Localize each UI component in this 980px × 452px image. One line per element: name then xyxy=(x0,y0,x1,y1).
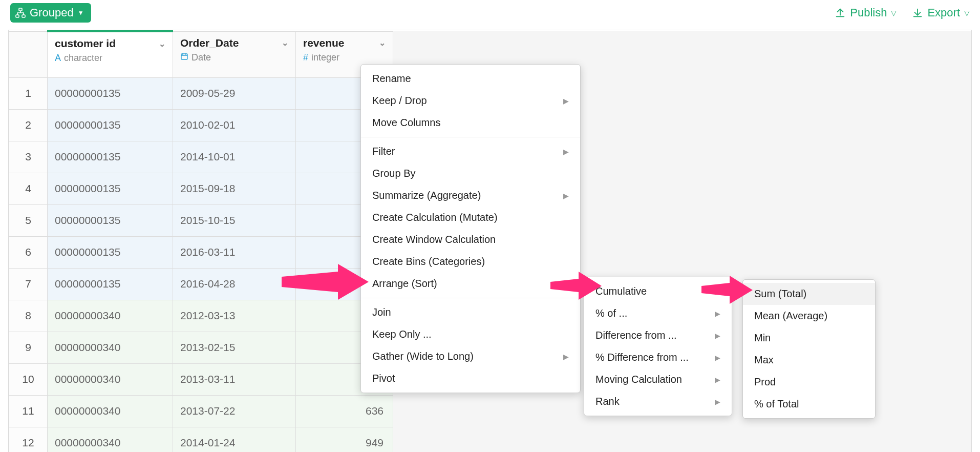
cell-customer-id: 00000000135 xyxy=(48,141,173,173)
toolbar: Grouped ▼ Publish ▽ Export ▽ xyxy=(0,0,980,26)
menu-item-filter[interactable]: Filter▶ xyxy=(361,140,580,162)
menu-label: Group By xyxy=(372,168,415,179)
menu-label: Gather (Wide to Long) xyxy=(372,351,474,362)
menu-label: Create Bins (Categories) xyxy=(372,256,485,268)
menu-item-keep-drop[interactable]: Keep / Drop▶ xyxy=(361,90,580,112)
menu-item-summarize[interactable]: Summarize (Aggregate)▶ xyxy=(361,184,580,207)
row-number: 6 xyxy=(9,236,48,268)
chevron-right-icon: ▶ xyxy=(563,97,569,105)
upload-icon xyxy=(835,7,846,18)
submenu-item-rank[interactable]: Rank▶ xyxy=(584,391,732,413)
menu-item-create-calculation[interactable]: Create Calculation (Mutate) xyxy=(361,207,580,229)
row-number: 5 xyxy=(9,204,48,236)
row-number: 8 xyxy=(9,300,48,332)
menu-label: Arrange (Sort) xyxy=(372,278,437,290)
submenu-item-mean[interactable]: Mean (Average) xyxy=(743,305,875,327)
row-number: 10 xyxy=(9,363,48,395)
row-number: 4 xyxy=(9,173,48,204)
chevron-down-icon[interactable]: ⌄ xyxy=(379,38,386,48)
menu-item-pivot[interactable]: Pivot xyxy=(361,367,580,389)
menu-label: Move Columns xyxy=(372,117,440,129)
publish-button[interactable]: Publish ▽ xyxy=(835,6,897,19)
menu-label: % of ... xyxy=(595,307,627,319)
submenu-item-sum[interactable]: Sum (Total) xyxy=(743,283,875,305)
row-number: 1 xyxy=(9,77,48,109)
triangle-down-icon: ▽ xyxy=(964,9,970,17)
cumulative-submenu: Sum (Total) Mean (Average) Min Max Prod … xyxy=(742,279,876,419)
menu-item-join[interactable]: Join xyxy=(361,301,580,323)
chevron-right-icon: ▶ xyxy=(715,287,720,296)
chevron-right-icon: ▶ xyxy=(715,398,720,406)
menu-item-move-columns[interactable]: Move Columns xyxy=(361,112,580,134)
menu-label: Summarize (Aggregate) xyxy=(372,190,481,201)
chevron-right-icon: ▶ xyxy=(563,353,569,361)
submenu-item-min[interactable]: Min xyxy=(743,327,875,349)
menu-label: Difference from ... xyxy=(595,330,677,341)
cell-order-date: 2015-10-15 xyxy=(173,204,296,236)
chevron-right-icon: ▶ xyxy=(715,354,720,362)
cell-order-date: 2012-03-13 xyxy=(173,300,296,332)
grouped-button[interactable]: Grouped ▼ xyxy=(10,3,91,23)
cell-order-date: 2013-07-22 xyxy=(173,395,296,427)
chevron-right-icon: ▶ xyxy=(563,192,569,200)
window-calculation-submenu: Cumulative▶ % of ...▶ Difference from ..… xyxy=(584,277,732,416)
cell-customer-id: 00000000340 xyxy=(48,363,173,395)
cell-order-date: 2014-01-24 xyxy=(173,427,296,452)
submenu-item-pct-difference-from[interactable]: % Difference from ...▶ xyxy=(584,346,732,368)
col-type: integer xyxy=(311,52,339,63)
menu-label: % Difference from ... xyxy=(595,352,689,363)
submenu-item-cumulative[interactable]: Cumulative▶ xyxy=(584,280,732,302)
chevron-right-icon: ▶ xyxy=(563,148,569,156)
triangle-down-icon: ▽ xyxy=(891,9,897,17)
chevron-right-icon: ▶ xyxy=(715,332,720,340)
menu-label: Join xyxy=(372,306,391,318)
export-button[interactable]: Export ▽ xyxy=(912,6,970,19)
chevron-down-icon[interactable]: ⌄ xyxy=(159,39,165,49)
menu-item-arrange[interactable]: Arrange (Sort)▶ xyxy=(361,273,580,295)
row-number: 12 xyxy=(9,427,48,452)
number-type-icon: # xyxy=(303,52,308,63)
menu-item-create-window-calculation[interactable]: Create Window Calculation xyxy=(361,229,580,251)
menu-label: Filter xyxy=(372,146,395,157)
submenu-item-moving-calculation[interactable]: Moving Calculation▶ xyxy=(584,368,732,391)
submenu-item-prod[interactable]: Prod xyxy=(743,371,875,393)
menu-item-group-by[interactable]: Group By xyxy=(361,162,580,184)
caret-down-icon: ▼ xyxy=(78,9,84,16)
table-row[interactable]: 12000000003402014-01-24949 xyxy=(9,427,972,452)
submenu-item-percent-of[interactable]: % of ...▶ xyxy=(584,302,732,324)
col-name: revenue xyxy=(303,37,345,49)
menu-item-create-bins[interactable]: Create Bins (Categories) xyxy=(361,251,580,273)
row-number: 9 xyxy=(9,332,48,363)
column-context-menu: Rename Keep / Drop▶ Move Columns Filter▶… xyxy=(360,64,581,393)
menu-label: Pivot xyxy=(372,373,395,384)
menu-item-rename[interactable]: Rename xyxy=(361,68,580,90)
chevron-down-icon[interactable]: ⌄ xyxy=(282,38,288,48)
chevron-right-icon: ▶ xyxy=(715,376,720,384)
cell-customer-id: 00000000135 xyxy=(48,204,173,236)
cell-order-date: 2016-03-11 xyxy=(173,236,296,268)
cell-revenue: 636 xyxy=(296,395,393,427)
col-type: Date xyxy=(191,52,211,63)
row-number: 11 xyxy=(9,395,48,427)
menu-item-keep-only[interactable]: Keep Only ... xyxy=(361,323,580,345)
menu-label: Rename xyxy=(372,73,411,85)
submenu-item-difference-from[interactable]: Difference from ...▶ xyxy=(584,324,732,346)
column-header-order-date[interactable]: Order_Date ⌄ Date xyxy=(173,31,296,77)
submenu-item-pct-total[interactable]: % of Total xyxy=(743,393,875,415)
menu-label: Prod xyxy=(754,376,776,388)
row-number: 7 xyxy=(9,268,48,300)
cell-customer-id: 00000000340 xyxy=(48,332,173,363)
col-name: Order_Date xyxy=(180,37,239,49)
cell-order-date: 2014-10-01 xyxy=(173,141,296,173)
submenu-item-max[interactable]: Max xyxy=(743,349,875,371)
menu-label: Create Calculation (Mutate) xyxy=(372,212,498,223)
menu-label: Create Window Calculation xyxy=(372,234,496,245)
cell-customer-id: 00000000135 xyxy=(48,268,173,300)
cell-order-date: 2013-02-15 xyxy=(173,332,296,363)
menu-item-gather[interactable]: Gather (Wide to Long)▶ xyxy=(361,345,580,367)
chevron-right-icon: ▶ xyxy=(563,280,569,288)
menu-label: % of Total xyxy=(754,398,799,410)
cell-customer-id: 00000000135 xyxy=(48,236,173,268)
column-header-customer-id[interactable]: customer id ⌄ A character xyxy=(48,31,173,77)
menu-label: Keep Only ... xyxy=(372,328,432,340)
